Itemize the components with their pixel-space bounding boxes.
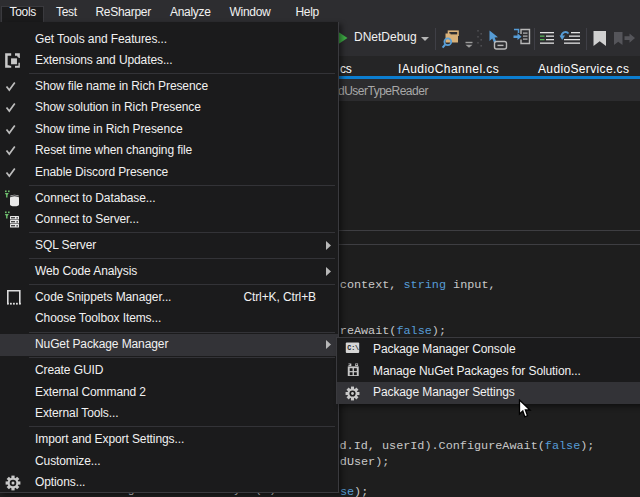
svg-text:C:\: C:\ — [347, 344, 359, 352]
